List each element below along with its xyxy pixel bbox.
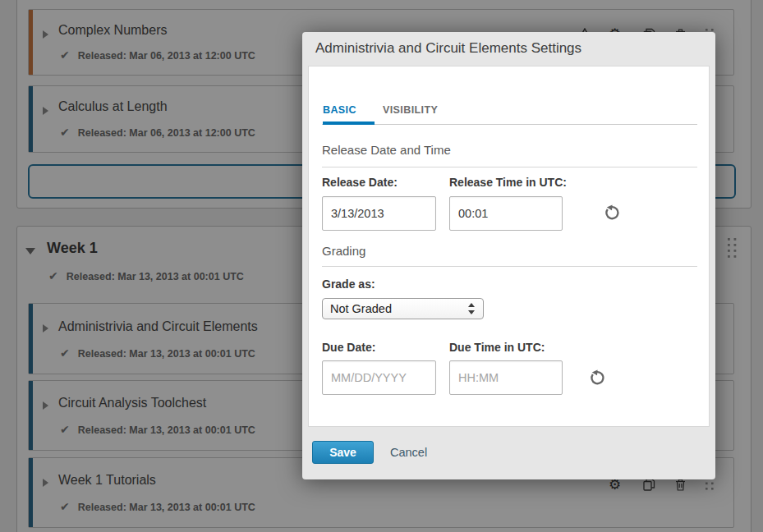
modal-body: BASIC VISIBILITY Release Date and Time R… (308, 66, 710, 427)
due-time-input[interactable] (449, 360, 563, 395)
select-spinner-icon (468, 302, 476, 315)
settings-modal: Administrivia and Circuit Elements Setti… (302, 32, 715, 479)
cancel-link[interactable]: Cancel (390, 441, 427, 464)
tab-basic[interactable]: BASIC (323, 104, 356, 116)
tab-divider (322, 124, 697, 125)
release-time-label: Release Time in UTC: (449, 176, 567, 189)
grade-select-value: Not Graded (330, 302, 392, 315)
due-time-label: Due Time in UTC: (449, 341, 545, 354)
due-date-label: Due Date: (322, 341, 375, 354)
release-section-heading: Release Date and Time (322, 143, 451, 157)
release-time-input[interactable] (449, 196, 563, 231)
release-date-input[interactable] (322, 196, 436, 231)
modal-title: Administrivia and Circuit Elements Setti… (315, 40, 581, 57)
grade-as-label: Grade as: (322, 277, 375, 291)
due-date-input[interactable] (322, 360, 436, 395)
divider (322, 167, 697, 167)
reset-release-icon[interactable] (603, 204, 621, 222)
save-button[interactable]: Save (312, 441, 374, 464)
divider (322, 266, 697, 267)
active-tab-underline (323, 122, 375, 125)
tab-visibility[interactable]: VISIBILITY (383, 104, 438, 116)
grade-select[interactable]: Not Graded (322, 298, 484, 319)
reset-due-icon[interactable] (588, 369, 606, 388)
grading-section-heading: Grading (322, 244, 365, 258)
release-date-label: Release Date: (322, 176, 398, 189)
